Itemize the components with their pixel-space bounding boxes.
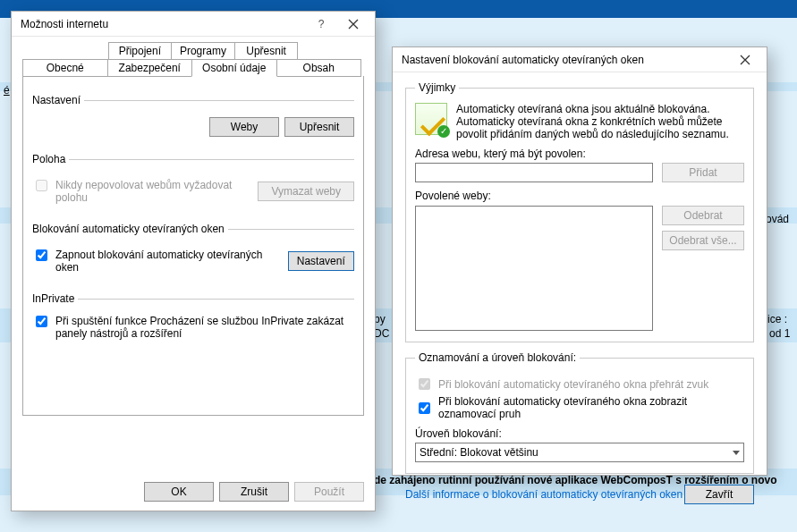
bottom-row: Další informace o blokování automaticky … bbox=[405, 485, 754, 504]
play-sound-checkbox[interactable]: Při blokování automaticky otevíraného ok… bbox=[415, 376, 744, 393]
bg-text: ice : bbox=[767, 313, 787, 325]
dialog-button-row: OK Zrušit Použít bbox=[144, 482, 364, 502]
tab-privacy[interactable]: Osobní údaje bbox=[191, 59, 277, 77]
info-text: Automaticky otevíraná okna jsou aktuálně… bbox=[456, 103, 744, 140]
bg-text: é bbox=[4, 84, 10, 97]
ok-button[interactable]: OK bbox=[144, 482, 214, 502]
popup-blocker-group: Blokování automaticky otevíraných oken Z… bbox=[32, 223, 354, 280]
tab-control: Připojení Programy Upřesnit Obecné Zabez… bbox=[22, 42, 364, 416]
never-allow-location-checkbox[interactable]: Nikdy nepovolovat webům vyžadovat polohu bbox=[32, 179, 247, 204]
more-info-link[interactable]: Další informace o blokování automaticky … bbox=[405, 488, 683, 501]
remove-button: Odebrat bbox=[662, 206, 744, 225]
titlebar: Nastavení blokování automaticky otevíran… bbox=[393, 47, 767, 72]
close-dialog-button[interactable]: Zavřít bbox=[684, 485, 754, 504]
allowed-sites-row: Odebrat Odebrat vše... bbox=[415, 206, 744, 331]
close-icon bbox=[740, 55, 750, 65]
address-input-row: Přidat bbox=[415, 163, 744, 182]
dialog-title: Možnosti internetu bbox=[21, 18, 305, 30]
close-button[interactable] bbox=[729, 50, 761, 70]
show-infobar-checkbox[interactable]: Při blokování automaticky otevíraného ok… bbox=[415, 395, 744, 420]
enable-popup-blocker-checkbox[interactable]: Zapnout blokování automaticky otevíranýc… bbox=[32, 249, 277, 274]
popup-settings-button[interactable]: Nastavení bbox=[288, 251, 354, 271]
tab-row-top: Připojení Programy Upřesnit bbox=[22, 42, 364, 60]
exceptions-group: Výjimky ✓ Automaticky otevíraná okna jso… bbox=[405, 81, 754, 342]
checkbox-input[interactable] bbox=[36, 180, 47, 191]
add-button: Přidat bbox=[662, 163, 744, 182]
tab-connections[interactable]: Připojení bbox=[108, 42, 173, 60]
checkbox-label: Při blokování automaticky otevíraného ok… bbox=[438, 378, 708, 391]
dialog-body: Výjimky ✓ Automaticky otevíraná okna jso… bbox=[393, 72, 767, 515]
tab-row-bottom: Obecné Zabezpečení Osobní údaje Obsah bbox=[22, 59, 364, 77]
allowed-sites-label: Povolené weby: bbox=[415, 190, 744, 202]
popup-blocker-legend: Blokování automaticky otevíraných oken bbox=[32, 223, 228, 235]
inprivate-group: InPrivate Při spuštění funkce Procházení… bbox=[32, 292, 354, 342]
internet-options-dialog: Možnosti internetu ? Připojení Programy … bbox=[11, 11, 376, 511]
checkbox-input[interactable] bbox=[36, 316, 47, 327]
checkbox-label: Nikdy nepovolovat webům vyžadovat polohu bbox=[55, 179, 247, 204]
chevron-down-icon bbox=[733, 451, 740, 455]
checkbox-input[interactable] bbox=[419, 378, 430, 390]
tab-programs[interactable]: Programy bbox=[171, 42, 235, 60]
inprivate-legend: InPrivate bbox=[32, 292, 78, 305]
select-value: Střední: Blokovat většinu bbox=[420, 446, 538, 459]
bg-text: DC bbox=[374, 327, 389, 340]
location-legend: Poloha bbox=[32, 153, 69, 165]
notification-level-group: Oznamování a úroveň blokování: Při bloko… bbox=[405, 351, 754, 474]
bg-text: od 1 bbox=[769, 327, 790, 340]
tab-panel-privacy: Nastavení Weby Upřesnit Poloha Nikdy nep… bbox=[22, 76, 364, 416]
tab-content[interactable]: Obsah bbox=[276, 59, 362, 77]
bg-text: ovád bbox=[766, 213, 789, 225]
blocking-level-label: Úroveň blokování: bbox=[415, 427, 744, 440]
location-group: Poloha Nikdy nepovolovat webům vyžadovat… bbox=[32, 153, 354, 210]
settings-legend: Nastavení bbox=[32, 94, 84, 106]
notification-level-legend: Oznamování a úroveň blokování: bbox=[415, 351, 580, 364]
info-row: ✓ Automaticky otevíraná okna jsou aktuál… bbox=[415, 103, 744, 140]
dialog-title: Nastavení blokování automaticky otevíran… bbox=[402, 54, 729, 66]
popup-blocker-settings-dialog: Nastavení blokování automaticky otevíran… bbox=[392, 46, 767, 476]
advanced-button[interactable]: Upřesnit bbox=[284, 117, 354, 137]
checkmark-icon: ✓ bbox=[437, 125, 450, 138]
sites-button[interactable]: Weby bbox=[209, 117, 279, 137]
settings-group: Nastavení Weby Upřesnit bbox=[32, 94, 354, 140]
tab-advanced[interactable]: Upřesnit bbox=[234, 42, 299, 60]
inprivate-disable-toolbars-checkbox[interactable]: Při spuštění funkce Procházení se službo… bbox=[32, 315, 354, 340]
checkbox-input[interactable] bbox=[36, 249, 47, 261]
checkbox-label: Při blokování automaticky otevíraného ok… bbox=[438, 395, 744, 420]
close-icon bbox=[348, 19, 359, 30]
checkbox-input[interactable] bbox=[419, 402, 430, 414]
checkbox-label: Zapnout blokování automaticky otevíranýc… bbox=[55, 249, 277, 274]
help-icon: ? bbox=[318, 18, 325, 30]
remove-all-button: Odebrat vše... bbox=[662, 231, 744, 250]
close-button[interactable] bbox=[337, 14, 369, 34]
cancel-button[interactable]: Zrušit bbox=[219, 482, 289, 502]
allowed-sites-listbox[interactable] bbox=[415, 206, 653, 331]
apply-button: Použít bbox=[294, 482, 364, 502]
popup-allow-icon: ✓ bbox=[415, 103, 447, 135]
tab-security[interactable]: Zabezpečení bbox=[107, 59, 193, 77]
dialog-body: Připojení Programy Upřesnit Obecné Zabez… bbox=[12, 37, 375, 425]
help-button[interactable]: ? bbox=[305, 14, 337, 34]
address-label: Adresa webu, který má být povolen: bbox=[415, 148, 744, 160]
address-input[interactable] bbox=[415, 163, 653, 182]
clear-sites-button: Vymazat weby bbox=[258, 182, 354, 201]
blocking-level-select[interactable]: Střední: Blokovat většinu bbox=[415, 443, 744, 462]
tab-general[interactable]: Obecné bbox=[22, 59, 108, 77]
titlebar: Možnosti internetu ? bbox=[12, 12, 375, 37]
checkbox-label: Při spuštění funkce Procházení se službo… bbox=[55, 315, 354, 340]
exceptions-legend: Výjimky bbox=[415, 81, 459, 94]
